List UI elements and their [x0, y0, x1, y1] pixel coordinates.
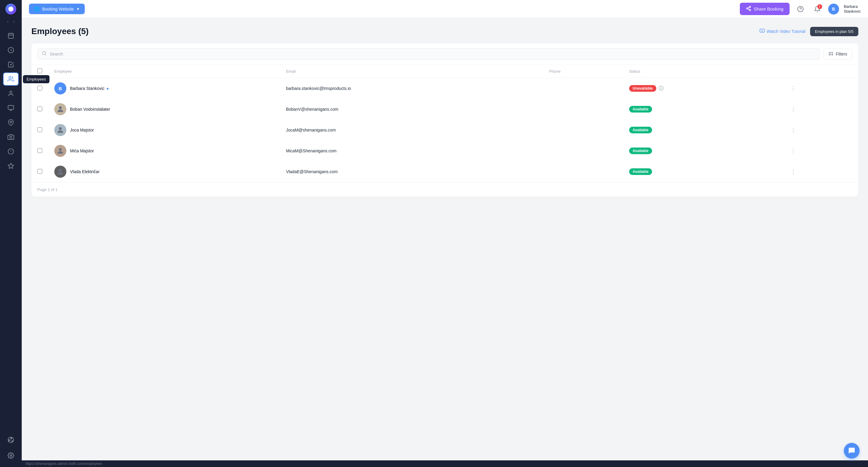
search-bar: Filters: [31, 43, 858, 65]
status-badge: Unavailable: [629, 85, 657, 92]
svg-point-43: [59, 106, 62, 109]
page-title: Employees (5): [31, 27, 89, 36]
notification-badge: 1: [817, 4, 822, 9]
help-button[interactable]: [795, 3, 806, 15]
employee-email: VladaE@Shenanigans.com: [280, 161, 543, 182]
employee-email: barbara.stankovic@tmsproducts.io: [280, 78, 543, 99]
status-cell: Available: [629, 168, 776, 175]
svg-line-33: [45, 54, 46, 55]
status-cell: Available: [629, 106, 776, 113]
table-row: B Barbara Stankovic ● barbara.stankovic@…: [31, 78, 858, 99]
row-checkbox-0[interactable]: [37, 86, 42, 91]
svg-line-26: [748, 9, 749, 10]
sidebar-item-gallery[interactable]: [3, 130, 19, 144]
search-input[interactable]: [50, 52, 815, 56]
svg-point-25: [749, 9, 751, 11]
table-row: Boban Vodoinstalater BobanV@shenanigans.…: [31, 99, 858, 120]
employee-cell: B Barbara Stankovic ●: [54, 82, 274, 94]
more-options-button[interactable]: ⋮: [788, 84, 798, 93]
employee-phone: [543, 99, 623, 120]
col-email: Email: [280, 65, 543, 78]
app-logo[interactable]: T: [5, 4, 16, 14]
sidebar-item-calendar[interactable]: [3, 29, 19, 42]
row-checkbox-4[interactable]: [37, 169, 42, 174]
sidebar-item-locations[interactable]: [3, 116, 19, 129]
svg-marker-17: [8, 163, 13, 168]
employee-email: BobanV@shenanigans.com: [280, 99, 543, 120]
status-badge: Available: [629, 106, 652, 113]
svg-point-46: [59, 169, 62, 172]
share-booking-button[interactable]: Share Booking: [740, 3, 789, 15]
sidebar-item-settings[interactable]: [3, 449, 19, 462]
status-badge: Available: [629, 127, 652, 133]
sidebar-item-dashboard[interactable]: [3, 43, 19, 57]
col-employee: Employee: [48, 65, 280, 78]
employee-cell: Vlada Električar: [54, 166, 274, 178]
nav-left-arrow[interactable]: ‹: [5, 19, 10, 24]
employee-cell: Joca Majstor: [54, 124, 274, 136]
employee-email: JocaM@shenanigans.com: [280, 120, 543, 141]
share-booking-label: Share Booking: [754, 6, 783, 11]
col-status: Status: [623, 65, 782, 78]
col-phone: Phone: [543, 65, 623, 78]
sidebar-item-appearance[interactable]: [3, 433, 19, 446]
employees-table-container: Filters Employee Email Phone Status: [31, 43, 858, 197]
watch-tutorial-button[interactable]: Watch Video Tutorial: [760, 28, 805, 35]
employee-phone: [543, 120, 623, 141]
svg-point-23: [749, 6, 751, 8]
avatar: [54, 124, 66, 136]
sidebar-item-tasks[interactable]: [3, 58, 19, 71]
user-lastname: Stankovic: [844, 9, 861, 14]
more-options-button[interactable]: ⋮: [788, 105, 798, 114]
employee-name: Joca Majstor: [70, 128, 94, 132]
main-area: 🌐 Booking Website ▼ Share Booking 1 B Ba…: [22, 0, 868, 467]
row-checkbox-3[interactable]: [37, 148, 42, 153]
select-all-checkbox[interactable]: [37, 68, 42, 73]
more-options-button[interactable]: ⋮: [788, 125, 798, 134]
svg-line-27: [748, 7, 749, 8]
chevron-down-icon: ▼: [76, 7, 80, 11]
svg-point-13: [10, 136, 12, 138]
sidebar-item-services[interactable]: [3, 101, 19, 115]
status-badge: Available: [629, 168, 652, 175]
search-input-wrap: [37, 48, 820, 60]
svg-point-32: [42, 52, 46, 55]
employee-name: Boban Vodoinstalater: [70, 107, 110, 112]
notification-button[interactable]: 1: [811, 3, 824, 15]
sidebar-item-employees[interactable]: Employees: [3, 72, 19, 86]
sidebar-bottom: [3, 433, 19, 463]
user-name-block: Barbara Stankovic: [844, 4, 861, 13]
avatar: B: [54, 82, 66, 94]
employees-tbody: B Barbara Stankovic ● barbara.stankovic@…: [31, 78, 858, 182]
verified-icon: ●: [106, 86, 108, 91]
sidebar: T ‹ › Employees: [0, 0, 22, 467]
sidebar-item-clients[interactable]: [3, 87, 19, 100]
filters-label: Filters: [836, 52, 847, 56]
row-checkbox-1[interactable]: [37, 106, 42, 111]
video-icon: [760, 28, 765, 35]
status-badge: Available: [629, 148, 652, 154]
svg-marker-31: [762, 30, 763, 32]
topbar: 🌐 Booking Website ▼ Share Booking 1 B Ba…: [22, 0, 868, 18]
svg-point-19: [9, 440, 10, 441]
info-icon[interactable]: ⓘ: [659, 85, 663, 92]
avatar: [54, 103, 66, 115]
page-header-actions: Watch Video Tutorial Employees in plan 5…: [760, 27, 858, 36]
row-checkbox-2[interactable]: [37, 127, 42, 132]
employee-name: Vlada Električar: [70, 169, 99, 174]
svg-point-24: [746, 8, 748, 9]
sidebar-item-tips[interactable]: [3, 145, 19, 158]
sidebar-item-reviews[interactable]: [3, 159, 19, 173]
filters-button[interactable]: Filters: [824, 49, 852, 60]
plan-badge: Employees in plan 5/5: [810, 27, 858, 36]
chat-fab[interactable]: [844, 443, 860, 459]
globe-icon: 🌐: [34, 6, 40, 12]
nav-right-arrow[interactable]: ›: [11, 19, 16, 24]
avatar: B: [828, 4, 839, 14]
more-options-button[interactable]: ⋮: [788, 146, 798, 155]
filters-icon: [829, 51, 833, 57]
employee-phone: [543, 141, 623, 161]
svg-rect-9: [8, 105, 13, 110]
more-options-button[interactable]: ⋮: [788, 167, 798, 176]
booking-website-button[interactable]: 🌐 Booking Website ▼: [29, 4, 85, 14]
